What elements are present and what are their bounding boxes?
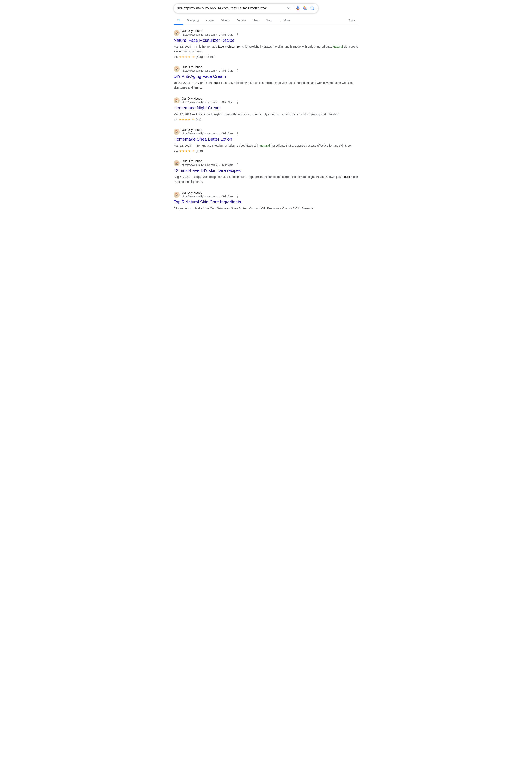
rating-stars: ★★★★ bbox=[179, 55, 191, 59]
snippet-date: Mar 12, 2024 bbox=[174, 45, 191, 48]
result-snippet: 5 Ingredients to Make Your Own Skincare … bbox=[174, 206, 358, 211]
result-snippet: Mar 12, 2024 — A homemade night cream wi… bbox=[174, 112, 358, 117]
source-url-row: https://www.ouroilyhouse.com › ... › Ski… bbox=[182, 100, 239, 104]
result-snippet: Jul 23, 2024 — DIY anti-aging face cream… bbox=[174, 80, 358, 90]
snippet-date: Mar 12, 2024 bbox=[174, 113, 191, 116]
source-url-row: https://www.ouroilyhouse.com › ... › Ski… bbox=[182, 163, 239, 167]
result-title[interactable]: 12 must-have DIY skin care recipes bbox=[174, 168, 358, 173]
search-input[interactable] bbox=[177, 6, 285, 10]
source-url: https://www.ouroilyhouse.com › ... › Ski… bbox=[182, 163, 233, 166]
rating-value: 4.4 bbox=[174, 149, 178, 153]
result-title[interactable]: DIY Anti-Aging Face Cream bbox=[174, 74, 358, 79]
favicon: 🏠 bbox=[174, 66, 180, 72]
source-info: Our Oily House https://www.ouroilyhouse.… bbox=[182, 128, 239, 136]
result-title[interactable]: Homemade Shea Butter Lotion bbox=[174, 136, 358, 142]
favicon: 🏠 bbox=[174, 160, 180, 166]
source-name: Our Oily House bbox=[182, 65, 239, 69]
rating-half-star: ½ bbox=[192, 118, 194, 121]
source-url-row: https://www.ouroilyhouse.com › ... › Ski… bbox=[182, 69, 239, 73]
tab-forums[interactable]: Forums bbox=[233, 16, 249, 24]
voice-search-icon[interactable] bbox=[296, 6, 300, 11]
result-snippet: Aug 6, 2024 — Sugar wax recipe for ultra… bbox=[174, 175, 358, 184]
rating-count: (138) bbox=[196, 149, 203, 153]
source-url: https://www.ouroilyhouse.com › ... › Ski… bbox=[182, 195, 233, 198]
tab-shopping[interactable]: Shopping bbox=[183, 16, 202, 24]
tools-button[interactable]: Tools bbox=[345, 16, 358, 24]
source-url-row: https://www.ouroilyhouse.com › ... › Ski… bbox=[182, 132, 239, 136]
rating-stars: ★★★★ bbox=[179, 149, 191, 153]
tab-news[interactable]: News bbox=[249, 16, 263, 24]
source-info: Our Oily House https://www.ouroilyhouse.… bbox=[182, 29, 239, 37]
tab-web[interactable]: Web bbox=[263, 16, 276, 24]
snippet-date: Aug 6, 2024 bbox=[174, 175, 190, 179]
divider bbox=[293, 6, 293, 11]
tab-images[interactable]: Images bbox=[202, 16, 218, 24]
result-source: 🏠 Our Oily House https://www.ouroilyhous… bbox=[174, 65, 358, 73]
search-bar: ✕ bbox=[174, 3, 318, 13]
source-url-row: https://www.ouroilyhouse.com › ... › Ski… bbox=[182, 194, 239, 198]
rating-value: 4.5 bbox=[174, 55, 178, 59]
tab-all[interactable]: All bbox=[174, 16, 183, 25]
snippet-date: Jul 23, 2024 bbox=[174, 81, 190, 84]
source-url-row: https://www.ouroilyhouse.com › ... › Ski… bbox=[182, 33, 239, 37]
results-container: 🏠 Our Oily House https://www.ouroilyhous… bbox=[174, 29, 358, 222]
favicon: 🏠 bbox=[174, 97, 180, 103]
result-title[interactable]: Top 5 Natural Skin Care Ingredients bbox=[174, 199, 358, 205]
result-options-icon[interactable]: ⋮ bbox=[236, 163, 239, 167]
search-icons: ✕ bbox=[286, 6, 315, 11]
recipe-time: 15 min bbox=[206, 55, 215, 59]
source-name: Our Oily House bbox=[182, 191, 239, 194]
tab-videos[interactable]: Videos bbox=[218, 16, 233, 24]
source-url: https://www.ouroilyhouse.com › ... › Ski… bbox=[182, 132, 233, 135]
result-item: 🏠 Our Oily House https://www.ouroilyhous… bbox=[174, 128, 358, 153]
rating-count: (506) bbox=[196, 55, 203, 59]
result-item: 🏠 Our Oily House https://www.ouroilyhous… bbox=[174, 97, 358, 121]
result-source: 🏠 Our Oily House https://www.ouroilyhous… bbox=[174, 29, 358, 37]
svg-line-7 bbox=[313, 9, 314, 10]
source-url: https://www.ouroilyhouse.com › ... › Ski… bbox=[182, 33, 233, 36]
result-item: 🏠 Our Oily House https://www.ouroilyhous… bbox=[174, 29, 358, 59]
source-name: Our Oily House bbox=[182, 128, 239, 132]
result-source: 🏠 Our Oily House https://www.ouroilyhous… bbox=[174, 128, 358, 136]
result-title[interactable]: Homemade Night Cream bbox=[174, 105, 358, 111]
rating-half-star: ½ bbox=[192, 149, 194, 152]
result-item: 🏠 Our Oily House https://www.ouroilyhous… bbox=[174, 191, 358, 211]
source-name: Our Oily House bbox=[182, 29, 239, 33]
result-rating: 4.5 ★★★★½ (506) · 15 min bbox=[174, 55, 358, 59]
rating-value: 4.4 bbox=[174, 118, 178, 121]
result-source: 🏠 Our Oily House https://www.ouroilyhous… bbox=[174, 97, 358, 104]
source-name: Our Oily House bbox=[182, 159, 239, 163]
snippet-date: Mar 22, 2024 bbox=[174, 144, 191, 147]
result-item: 🏠 Our Oily House https://www.ouroilyhous… bbox=[174, 65, 358, 90]
favicon: 🏠 bbox=[174, 129, 180, 135]
source-info: Our Oily House https://www.ouroilyhouse.… bbox=[182, 97, 239, 104]
source-info: Our Oily House https://www.ouroilyhouse.… bbox=[182, 191, 239, 198]
result-options-icon[interactable]: ⋮ bbox=[236, 69, 239, 73]
svg-rect-0 bbox=[297, 6, 299, 9]
image-search-icon[interactable] bbox=[303, 6, 307, 11]
source-url: https://www.ouroilyhouse.com › ... › Ski… bbox=[182, 101, 233, 104]
source-info: Our Oily House https://www.ouroilyhouse.… bbox=[182, 65, 239, 73]
clear-icon[interactable]: ✕ bbox=[286, 6, 290, 10]
search-bar-container: ✕ bbox=[174, 0, 358, 16]
result-options-icon[interactable]: ⋮ bbox=[236, 132, 239, 136]
rating-stars: ★★★★ bbox=[179, 118, 191, 121]
favicon: 🏠 bbox=[174, 30, 180, 36]
source-name: Our Oily House bbox=[182, 97, 239, 100]
tab-more[interactable]: ⋮ More bbox=[276, 16, 293, 24]
result-source: 🏠 Our Oily House https://www.ouroilyhous… bbox=[174, 159, 358, 167]
more-dots-icon: ⋮ bbox=[279, 19, 282, 22]
nav-tabs: All Shopping Images Videos Forums News W… bbox=[174, 16, 358, 25]
result-snippet: Mar 22, 2024 — Non-greasy shea butter lo… bbox=[174, 143, 358, 148]
source-url: https://www.ouroilyhouse.com › ... › Ski… bbox=[182, 69, 233, 72]
result-title[interactable]: Natural Face Moisturizer Recipe bbox=[174, 37, 358, 43]
result-snippet: Mar 12, 2024 — This homemade face moistu… bbox=[174, 44, 358, 54]
svg-line-5 bbox=[306, 9, 307, 10]
result-options-icon[interactable]: ⋮ bbox=[236, 100, 239, 104]
search-button[interactable] bbox=[310, 6, 315, 11]
rating-count: (44) bbox=[196, 118, 201, 121]
rating-half-star: ½ bbox=[192, 55, 194, 58]
result-options-icon[interactable]: ⋮ bbox=[236, 33, 239, 37]
result-rating: 4.4 ★★★★½ (44) bbox=[174, 118, 358, 121]
result-options-icon[interactable]: ⋮ bbox=[236, 194, 239, 198]
